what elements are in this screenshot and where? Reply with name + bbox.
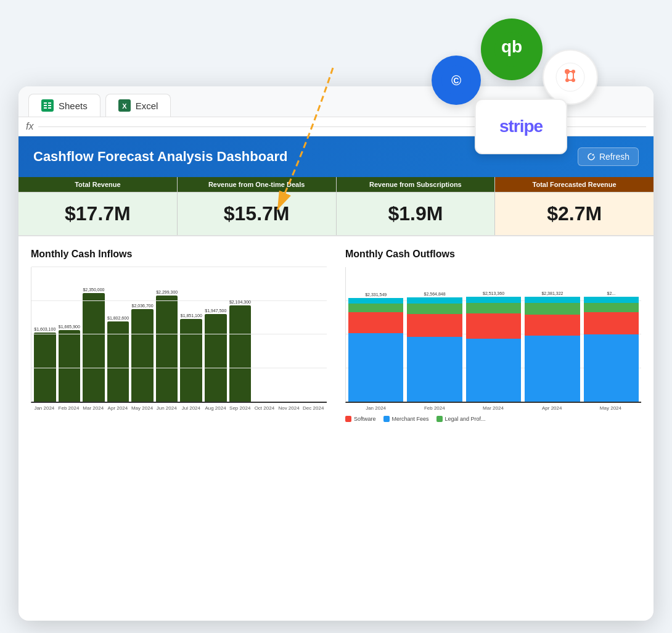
hubspot-icon — [543, 49, 598, 105]
bar-value-label: $2,036,700 — [132, 304, 154, 308]
inflow-bar-group: $2,104,300 — [229, 300, 252, 402]
kpi-one-time-header: Revenue from One-time Deals — [178, 177, 336, 192]
kpi-forecasted-value: $2.7M — [495, 192, 654, 235]
svg-rect-20 — [48, 107, 51, 109]
legend-item: Software — [345, 416, 376, 422]
inflow-bar-group: $1,802,600 — [107, 316, 129, 402]
inflow-bar — [156, 296, 178, 402]
legend-label: Legal and Prof... — [445, 416, 486, 422]
sheets-icon — [41, 99, 54, 112]
svg-rect-17 — [44, 105, 47, 106]
inflow-bar — [131, 309, 154, 402]
seg-blue — [348, 333, 403, 402]
x-axis-label: Dec 2024 — [302, 405, 324, 411]
outflow-bar-group: $2,381,322 — [525, 291, 580, 402]
stacked-bar-col — [466, 297, 521, 402]
x-axis-label: Apr 2024 — [107, 405, 129, 411]
outflow-x-label: Mar 2024 — [465, 405, 521, 411]
legend-item: Merchant Fees — [383, 416, 429, 422]
legend-color-dot — [345, 416, 351, 422]
inflow-bar — [229, 305, 252, 402]
seg-teal — [525, 297, 580, 303]
dashboard-content: Cashflow Forecast Analysis Dashboard Ref… — [18, 136, 654, 618]
outflow-x-label: May 2024 — [583, 405, 639, 411]
legend-label: Software — [354, 416, 376, 422]
x-axis-label: Jan 2024 — [33, 405, 55, 411]
outflows-bar-chart: $2,331,549$2,564,848$2,513,360$2,381,322… — [345, 267, 641, 403]
outflow-bar-group: $2,564,848 — [407, 292, 462, 402]
stacked-bar-col — [584, 297, 639, 402]
formula-fx-symbol: fx — [26, 121, 33, 132]
bar-value-label: $2,299,300 — [156, 290, 178, 294]
svg-rect-16 — [48, 102, 51, 104]
sheets-tab-label: Sheets — [59, 101, 88, 111]
inflow-bar-group: $1,947,500 — [205, 308, 227, 402]
seg-red — [525, 315, 580, 336]
outflows-legend: SoftwareMerchant FeesLegal and Prof... — [345, 416, 641, 422]
seg-green — [584, 303, 639, 312]
seg-blue — [525, 336, 580, 402]
inflow-bar — [107, 321, 129, 402]
x-axis-label: Feb 2024 — [58, 405, 80, 411]
legend-label: Merchant Fees — [392, 416, 429, 422]
x-axis-label: Jul 2024 — [180, 405, 202, 411]
seg-red — [407, 314, 462, 337]
x-axis-label: May 2024 — [131, 405, 154, 411]
legend-color-dot — [436, 416, 443, 422]
stacked-total-label: $2,331,549 — [365, 292, 387, 297]
inflow-bar-group: $1,665,900 — [59, 325, 81, 402]
bar-value-label: $1,665,900 — [59, 325, 80, 329]
x-axis-label: Oct 2024 — [253, 405, 276, 411]
stacked-bar-col — [407, 297, 462, 402]
stacked-total-label: $2... — [607, 291, 616, 296]
inflow-bar-group: $1,603,100 — [34, 327, 56, 402]
x-axis-label: Nov 2024 — [278, 405, 300, 411]
seg-green — [466, 303, 521, 313]
seg-teal — [348, 298, 403, 304]
stripe-icon: stripe — [475, 99, 567, 154]
bar-value-label: $1,802,600 — [107, 316, 129, 320]
bar-value-label: $1,947,500 — [205, 308, 226, 313]
svg-text:X: X — [122, 102, 127, 110]
excel-tab-label: Excel — [136, 101, 158, 111]
seg-blue — [584, 334, 639, 402]
seg-green — [525, 303, 580, 315]
outflows-chart-title: Monthly Cash Outflows — [345, 249, 641, 260]
inflow-bar-group — [302, 393, 324, 402]
inflow-bar-group: $1,851,100 — [180, 313, 202, 402]
charts-row: Monthly Cash Inflows $1,603,100$1,665,90… — [18, 236, 654, 434]
inflow-bar-group: $2,350,000 — [83, 288, 105, 402]
excel-icon: X — [118, 99, 131, 112]
outflows-chart: Monthly Cash Outflows $2,331,549$2,564,8… — [345, 249, 641, 422]
x-axis-label: Aug 2024 — [205, 405, 227, 411]
bar-value-label: $1,851,100 — [181, 313, 202, 318]
grid-line-3 — [31, 300, 327, 301]
outflow-bar-group: $2... — [584, 291, 639, 402]
inflow-bar — [59, 330, 81, 402]
quickbooks-icon: qb — [481, 19, 543, 80]
svg-point-2 — [556, 63, 584, 91]
kpi-row: Total Revenue $17.7M Revenue from One-ti… — [18, 177, 654, 236]
svg-rect-19 — [44, 107, 47, 109]
kpi-one-time: Revenue from One-time Deals $15.7M — [178, 177, 337, 235]
dashboard-title: Cashflow Forecast Analysis Dashboard — [33, 149, 287, 165]
tab-excel[interactable]: X Excel — [105, 94, 171, 117]
inflow-bar-group — [253, 393, 276, 402]
outflow-bar-group: $2,513,360 — [466, 291, 521, 402]
inflow-bar-group: $2,299,300 — [156, 290, 178, 402]
bar-value-label: $2,104,300 — [229, 300, 251, 304]
seg-green — [348, 304, 403, 312]
inflow-bar — [83, 293, 105, 402]
refresh-label: Refresh — [599, 152, 629, 162]
svg-rect-18 — [48, 105, 51, 106]
outflow-x-label: Jan 2024 — [348, 405, 404, 411]
inflow-bar — [205, 314, 227, 402]
tab-sheets[interactable]: Sheets — [28, 94, 100, 117]
kpi-total-revenue: Total Revenue $17.7M — [18, 177, 178, 235]
outflow-x-label: Apr 2024 — [524, 405, 580, 411]
stacked-bar-col — [525, 297, 580, 402]
x-axis-label: Sep 2024 — [229, 405, 251, 411]
seg-teal — [584, 297, 639, 303]
grid-line-4 — [31, 267, 327, 267]
kpi-subscriptions-value: $1.9M — [337, 192, 495, 235]
